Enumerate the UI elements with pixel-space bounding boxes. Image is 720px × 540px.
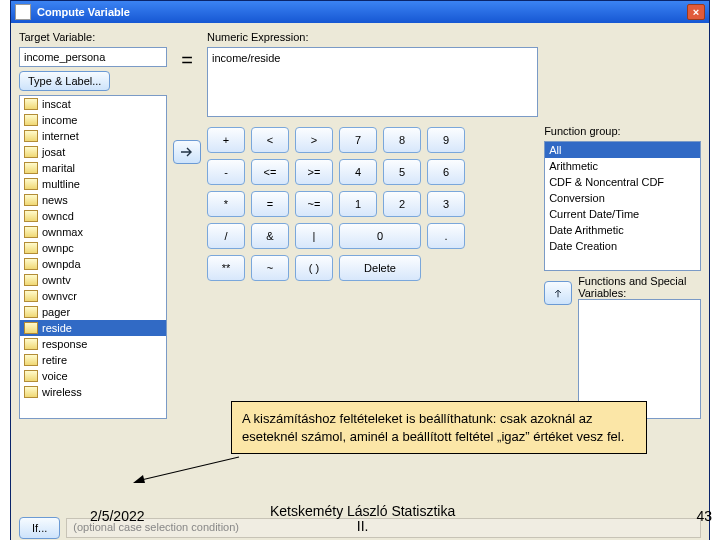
keypad-button[interactable]: 6: [427, 159, 465, 185]
list-item[interactable]: All: [545, 142, 700, 158]
list-item[interactable]: ownmax: [20, 224, 166, 240]
keypad-button[interactable]: <=: [251, 159, 289, 185]
keypad-button[interactable]: +: [207, 127, 245, 153]
list-item-label: response: [42, 338, 87, 350]
keypad-button[interactable]: &: [251, 223, 289, 249]
keypad-button[interactable]: =: [251, 191, 289, 217]
insert-function-button[interactable]: [544, 281, 572, 305]
footer-page: 43: [696, 508, 712, 524]
list-item[interactable]: ownvcr: [20, 288, 166, 304]
keypad-button[interactable]: 3: [427, 191, 465, 217]
list-item-label: owncd: [42, 210, 74, 222]
equals-sign: =: [179, 49, 195, 72]
keypad-button[interactable]: *: [207, 191, 245, 217]
list-item[interactable]: Conversion: [545, 190, 700, 206]
list-item[interactable]: Arithmetic: [545, 158, 700, 174]
list-item-label: voice: [42, 370, 68, 382]
list-item-label: owntv: [42, 274, 71, 286]
move-right-button[interactable]: [173, 140, 201, 164]
keypad-button[interactable]: 7: [339, 127, 377, 153]
list-item[interactable]: income: [20, 112, 166, 128]
list-item[interactable]: ownpda: [20, 256, 166, 272]
list-item-label: multline: [42, 178, 80, 190]
calculator-keypad: +<>789-<=>=456*=~=123/&|0.**~( )Delete: [207, 121, 538, 287]
var-icon: [24, 386, 38, 398]
close-icon[interactable]: ×: [687, 4, 705, 20]
keypad-button[interactable]: ( ): [295, 255, 333, 281]
list-item[interactable]: CDF & Noncentral CDF: [545, 174, 700, 190]
list-item[interactable]: ownpc: [20, 240, 166, 256]
var-icon: [24, 162, 38, 174]
var-icon: [24, 322, 38, 334]
var-icon: [24, 98, 38, 110]
target-variable-label: Target Variable:: [19, 31, 167, 43]
list-item[interactable]: josat: [20, 144, 166, 160]
type-label-button[interactable]: Type & Label...: [19, 71, 110, 91]
keypad-button[interactable]: |: [295, 223, 333, 249]
variable-list[interactable]: inscatincomeinternetjosatmaritalmultline…: [19, 95, 167, 419]
keypad-button[interactable]: ~: [251, 255, 289, 281]
svg-line-0: [137, 457, 239, 481]
var-icon: [24, 194, 38, 206]
keypad-button[interactable]: ~=: [295, 191, 333, 217]
list-item-label: ownvcr: [42, 290, 77, 302]
list-item[interactable]: reside: [20, 320, 166, 336]
list-item[interactable]: voice: [20, 368, 166, 384]
list-item-label: retire: [42, 354, 67, 366]
keypad-button[interactable]: -: [207, 159, 245, 185]
var-icon: [24, 146, 38, 158]
keypad-button[interactable]: 2: [383, 191, 421, 217]
var-icon: [24, 354, 38, 366]
annotation-arrow-icon: [131, 455, 241, 485]
keypad-button[interactable]: /: [207, 223, 245, 249]
footer-date: 2/5/2022: [90, 508, 145, 524]
list-item[interactable]: owntv: [20, 272, 166, 288]
annotation-callout: A kiszámításhoz feltételeket is beállíth…: [231, 401, 647, 454]
list-item[interactable]: marital: [20, 160, 166, 176]
expression-text: income/reside: [212, 52, 280, 64]
list-item[interactable]: owncd: [20, 208, 166, 224]
keypad-button[interactable]: 9: [427, 127, 465, 153]
function-group-list[interactable]: AllArithmeticCDF & Noncentral CDFConvers…: [544, 141, 701, 271]
if-button[interactable]: If...: [19, 517, 60, 539]
list-item-label: ownpc: [42, 242, 74, 254]
list-item-label: internet: [42, 130, 79, 142]
list-item[interactable]: response: [20, 336, 166, 352]
right-column: Function group: AllArithmeticCDF & Nonce…: [544, 31, 701, 419]
var-icon: [24, 258, 38, 270]
list-item-label: wireless: [42, 386, 82, 398]
list-item[interactable]: wireless: [20, 384, 166, 400]
expression-textarea[interactable]: income/reside: [207, 47, 538, 117]
keypad-button[interactable]: Delete: [339, 255, 421, 281]
keypad-button[interactable]: 8: [383, 127, 421, 153]
between-column: =: [173, 31, 201, 419]
var-icon: [24, 130, 38, 142]
keypad-button[interactable]: 4: [339, 159, 377, 185]
list-item[interactable]: Date Arithmetic: [545, 222, 700, 238]
list-item[interactable]: multline: [20, 176, 166, 192]
list-item[interactable]: news: [20, 192, 166, 208]
list-item-label: news: [42, 194, 68, 206]
list-item[interactable]: internet: [20, 128, 166, 144]
keypad-button[interactable]: .: [427, 223, 465, 249]
keypad-button[interactable]: 0: [339, 223, 421, 249]
var-icon: [24, 274, 38, 286]
keypad-button[interactable]: **: [207, 255, 245, 281]
keypad-button[interactable]: <: [251, 127, 289, 153]
list-item[interactable]: Current Date/Time: [545, 206, 700, 222]
list-item-label: inscat: [42, 98, 71, 110]
var-icon: [24, 242, 38, 254]
list-item[interactable]: Date Creation: [545, 238, 700, 254]
middle-column: Numeric Expression: income/reside +<>789…: [207, 31, 538, 419]
list-item-label: ownpda: [42, 258, 81, 270]
list-item[interactable]: retire: [20, 352, 166, 368]
keypad-button[interactable]: 5: [383, 159, 421, 185]
app-icon: [15, 4, 31, 20]
keypad-button[interactable]: >: [295, 127, 333, 153]
numeric-expression-label: Numeric Expression:: [207, 31, 538, 43]
keypad-button[interactable]: 1: [339, 191, 377, 217]
keypad-button[interactable]: >=: [295, 159, 333, 185]
list-item[interactable]: inscat: [20, 96, 166, 112]
target-variable-input[interactable]: [19, 47, 167, 67]
list-item[interactable]: pager: [20, 304, 166, 320]
